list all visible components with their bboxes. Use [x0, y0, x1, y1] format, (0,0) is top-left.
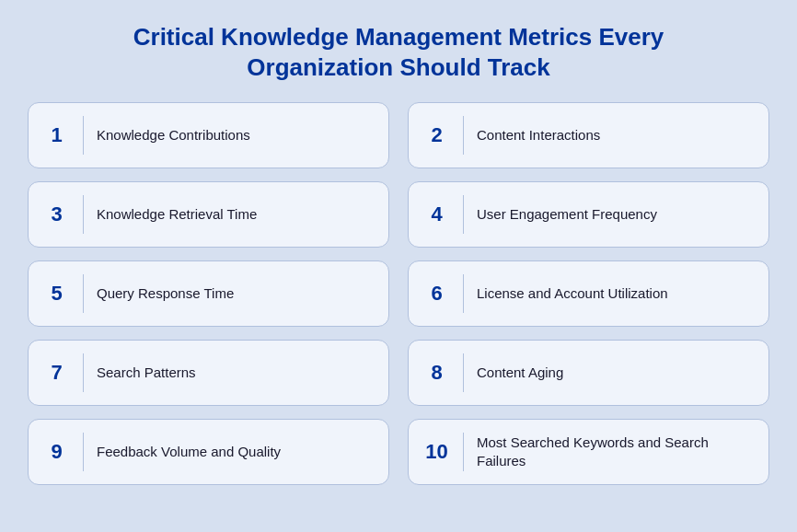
card-label-4: User Engagement Frequency: [477, 205, 657, 224]
card-number-8: 8: [423, 353, 464, 392]
metric-card-6: 6License and Account Utilization: [408, 260, 769, 327]
metric-card-2: 2Content Interactions: [408, 102, 769, 168]
card-number-5: 5: [43, 274, 84, 313]
card-number-1: 1: [43, 116, 84, 155]
card-label-6: License and Account Utilization: [477, 284, 668, 303]
card-number-2: 2: [423, 116, 464, 155]
metrics-grid: 1Knowledge Contributions2Content Interac…: [28, 102, 769, 485]
metric-card-1: 1Knowledge Contributions: [28, 102, 389, 168]
metric-card-5: 5Query Response Time: [28, 260, 389, 327]
card-number-9: 9: [43, 433, 84, 471]
card-label-10: Most Searched Keywords and Search Failur…: [477, 434, 754, 471]
card-label-7: Search Patterns: [97, 364, 196, 382]
card-number-10: 10: [423, 433, 464, 471]
metric-card-3: 3Knowledge Retrieval Time: [28, 181, 389, 248]
card-label-2: Content Interactions: [477, 126, 600, 145]
metric-card-4: 4User Engagement Frequency: [408, 181, 769, 248]
card-label-3: Knowledge Retrieval Time: [97, 205, 257, 224]
card-number-3: 3: [43, 195, 84, 234]
card-number-7: 7: [43, 353, 84, 392]
card-label-8: Content Aging: [477, 364, 563, 382]
page-title: Critical Knowledge Management Metrics Ev…: [133, 22, 664, 82]
card-label-9: Feedback Volume and Quality: [97, 443, 281, 461]
card-number-6: 6: [423, 274, 464, 313]
card-label-5: Query Response Time: [97, 284, 234, 303]
card-number-4: 4: [423, 195, 464, 234]
metric-card-8: 8Content Aging: [408, 340, 769, 406]
metric-card-10: 10Most Searched Keywords and Search Fail…: [408, 419, 769, 485]
metric-card-7: 7Search Patterns: [28, 340, 389, 406]
metric-card-9: 9Feedback Volume and Quality: [28, 419, 389, 485]
card-label-1: Knowledge Contributions: [97, 126, 250, 145]
